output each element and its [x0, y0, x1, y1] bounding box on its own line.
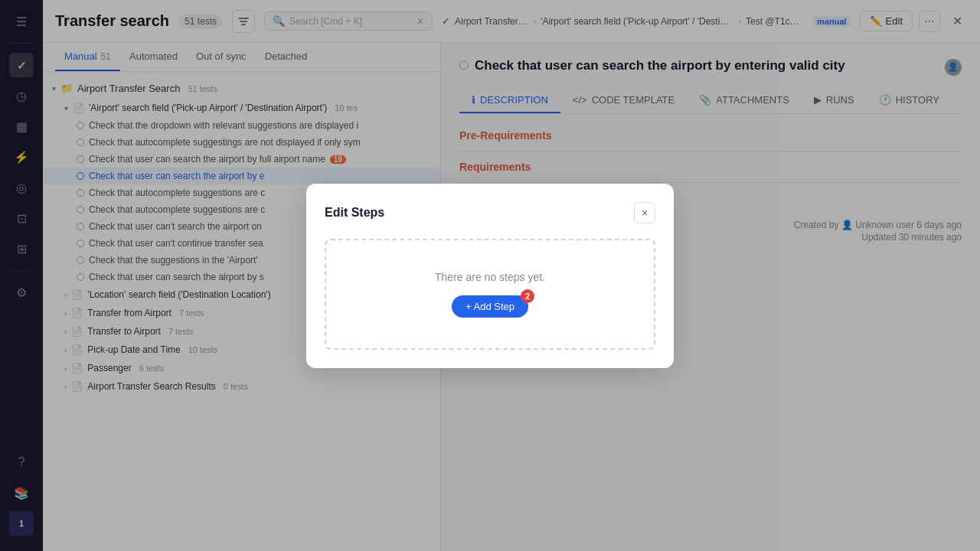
add-step-label: + Add Step [466, 301, 514, 312]
add-step-count-badge: 2 [521, 289, 534, 303]
modal-header: Edit Steps × [325, 202, 655, 223]
edit-steps-modal: Edit Steps × There are no steps yet. + A… [306, 184, 674, 368]
steps-empty-area: There are no steps yet. + Add Step 2 [325, 239, 655, 350]
modal-overlay[interactable]: Edit Steps × There are no steps yet. + A… [0, 0, 980, 551]
modal-close-button[interactable]: × [634, 202, 655, 223]
steps-empty-text: There are no steps yet. [341, 271, 639, 283]
add-step-button[interactable]: + Add Step 2 [452, 295, 528, 318]
modal-body: There are no steps yet. + Add Step 2 [325, 239, 655, 350]
modal-title: Edit Steps [325, 206, 384, 220]
